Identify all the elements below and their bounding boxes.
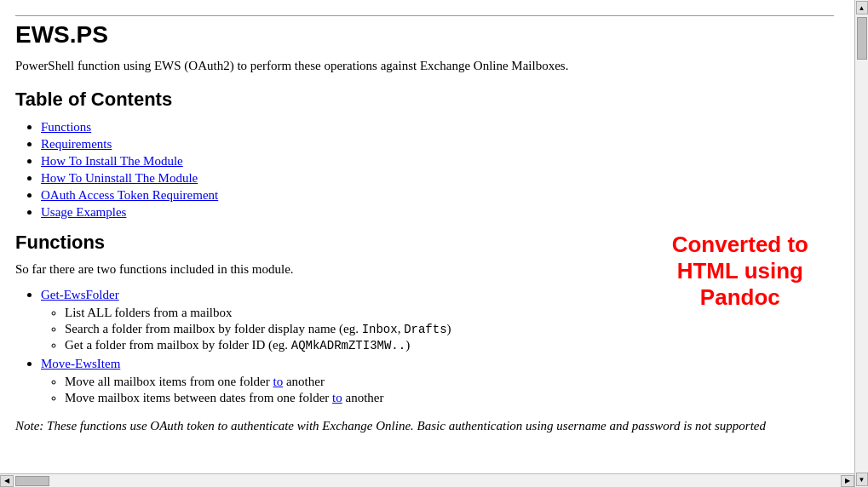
list-item-move-ewsitem: Move-EwsItem Move all mailbox items from…	[41, 356, 834, 405]
to-link-2: to	[332, 391, 342, 404]
to-link-1: to	[273, 375, 284, 388]
scrollbar-track[interactable]	[855, 15, 868, 472]
toc-item-oauth: OAuth Access Token Requirement	[41, 187, 834, 203]
toc-link-usage[interactable]: Usage Examples	[41, 205, 126, 219]
note: Note: These functions use OAuth token to…	[15, 419, 834, 433]
toc-item-install: How To Install The Module	[41, 153, 834, 169]
subtitle: PowerShell function using EWS (OAuth2) t…	[15, 59, 834, 73]
toc-item-usage: Usage Examples	[41, 204, 834, 220]
badge-line3: Pandoc	[672, 284, 808, 311]
scrollbar-left-arrow[interactable]: ◀	[0, 475, 14, 487]
code-inbox: Inbox	[362, 323, 398, 336]
scrollbar-down-arrow[interactable]: ▼	[856, 473, 868, 486]
toc-list: Functions Requirements How To Install Th…	[15, 119, 834, 220]
toc-heading: Table of Contents	[15, 89, 834, 111]
toc-link-functions[interactable]: Functions	[41, 120, 91, 134]
code-drafts: Drafts	[404, 323, 446, 336]
scrollbar-vertical[interactable]: ▲ ▼	[854, 0, 868, 487]
scrollbar-horizontal[interactable]: ◀ ▶	[0, 473, 854, 487]
functions-section: Converted to HTML using Pandoc Functions…	[15, 232, 834, 433]
scrollbar-h-thumb[interactable]	[15, 476, 49, 486]
toc-link-requirements[interactable]: Requirements	[41, 137, 112, 151]
get-ewsfolder-sublist: List ALL folders from a mailbox Search a…	[41, 306, 834, 352]
move-ewsitem-link[interactable]: Move-EwsItem	[41, 357, 120, 370]
badge-line1: Converted to	[672, 232, 808, 258]
toc-link-uninstall[interactable]: How To Uninstall The Module	[41, 171, 198, 185]
code-folder-id: AQMkADRmZTI3MW..	[291, 339, 405, 352]
scrollbar-right-arrow[interactable]: ▶	[841, 475, 854, 487]
converted-badge: Converted to HTML using Pandoc	[672, 232, 808, 312]
scrollbar-thumb[interactable]	[857, 17, 867, 60]
get-ewsfolder-link[interactable]: Get-EwsFolder	[41, 288, 119, 301]
list-item: Move mailbox items between dates from on…	[65, 391, 834, 405]
toc-link-oauth[interactable]: OAuth Access Token Requirement	[41, 188, 218, 202]
badge-line2: HTML using	[672, 258, 808, 284]
scrollbar-h-track[interactable]	[14, 476, 841, 486]
toc-link-install[interactable]: How To Install The Module	[41, 154, 183, 168]
list-item: Search a folder from mailbox by folder d…	[65, 322, 834, 336]
scrollbar-up-arrow[interactable]: ▲	[856, 1, 868, 14]
toc-item-requirements: Requirements	[41, 136, 834, 152]
list-item: Get a folder from mailbox by folder ID (…	[65, 338, 834, 352]
list-item: Move all mailbox items from one folder t…	[65, 375, 834, 389]
toc-item-uninstall: How To Uninstall The Module	[41, 170, 834, 186]
move-ewsitem-sublist: Move all mailbox items from one folder t…	[41, 375, 834, 405]
toc-item-functions: Functions	[41, 119, 834, 135]
page-title: EWS.PS	[15, 21, 834, 49]
